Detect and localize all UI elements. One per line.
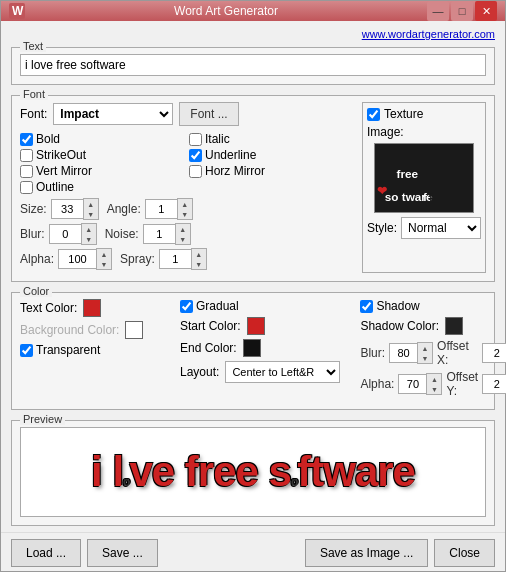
end-color-row: End Color: [180, 339, 340, 357]
end-color-swatch[interactable] [243, 339, 261, 357]
shadow-alpha-arrows: ▲ ▼ [426, 373, 442, 395]
preview-o: o [123, 475, 129, 489]
shadow-label: Shadow [376, 299, 419, 313]
underline-checkbox[interactable] [189, 149, 202, 162]
website-link[interactable]: www.wordartgenerator.com [362, 28, 495, 40]
size-down[interactable]: ▼ [84, 209, 98, 219]
layout-label: Layout: [180, 365, 219, 379]
font-select[interactable]: Impact [53, 103, 173, 125]
noise-down[interactable]: ▼ [176, 234, 190, 244]
window-title: Word Art Generator [25, 4, 427, 18]
angle-spinbox: ▲ ▼ [145, 198, 193, 220]
blur-input[interactable] [49, 224, 81, 244]
alpha-up[interactable]: ▲ [97, 249, 111, 259]
gradual-col: Gradual Start Color: End Color: Layout: [180, 299, 340, 401]
gradual-checkbox-label[interactable]: Gradual [180, 299, 250, 313]
size-group: Size: ▲ ▼ [20, 198, 99, 220]
shadow-blur-input[interactable] [389, 343, 417, 363]
blur-up[interactable]: ▲ [82, 224, 96, 234]
text-color-swatch[interactable] [83, 299, 101, 317]
italic-checkbox[interactable] [189, 133, 202, 146]
maximize-button[interactable]: □ [451, 1, 473, 21]
shadow-blur-label: Blur: [360, 346, 385, 360]
horz-mirror-checkbox-label[interactable]: Horz Mirror [189, 164, 354, 178]
offset-y-spinbox: ▲ ▼ [482, 373, 506, 395]
shadow-color-swatch[interactable] [445, 317, 463, 335]
size-input[interactable] [51, 199, 83, 219]
horz-mirror-checkbox[interactable] [189, 165, 202, 178]
offset-y-input[interactable] [482, 374, 506, 394]
style-select[interactable]: Normal Bold Italic [401, 217, 481, 239]
shadow-alpha-up[interactable]: ▲ [427, 374, 441, 384]
main-content: www.wordartgenerator.com Text Font Font:… [1, 21, 505, 532]
shadow-checkbox-label[interactable]: Shadow [360, 299, 430, 313]
text-section-label: Text [20, 40, 46, 52]
angle-label: Angle: [107, 202, 141, 216]
noise-spinbox: ▲ ▼ [143, 223, 191, 245]
window-controls: — □ ✕ [427, 1, 497, 21]
preview-section: Preview i love free software [11, 420, 495, 526]
bg-color-label: Background Color: [20, 323, 119, 337]
transparent-checkbox[interactable] [20, 344, 33, 357]
transparent-label[interactable]: Transparent [20, 343, 100, 357]
angle-up[interactable]: ▲ [178, 199, 192, 209]
size-label: Size: [20, 202, 47, 216]
texture-checkbox[interactable] [367, 108, 380, 121]
outline-checkbox-label[interactable]: Outline [20, 180, 354, 194]
noise-label: Noise: [105, 227, 139, 241]
font-button[interactable]: Font ... [179, 102, 238, 126]
color-section: Color Text Color: Background Color: [11, 292, 495, 410]
noise-up[interactable]: ▲ [176, 224, 190, 234]
shadow-alpha-down[interactable]: ▼ [427, 384, 441, 394]
save-as-image-button[interactable]: Save as Image ... [305, 539, 428, 567]
shadow-blur-down[interactable]: ▼ [418, 353, 432, 363]
spray-down[interactable]: ▼ [192, 259, 206, 269]
spray-input[interactable] [159, 249, 191, 269]
alpha-down[interactable]: ▼ [97, 259, 111, 269]
angle-down[interactable]: ▼ [178, 209, 192, 219]
offset-x-label: Offset X: [437, 339, 478, 367]
vert-mirror-checkbox-label[interactable]: Vert Mirror [20, 164, 185, 178]
minimize-button[interactable]: — [427, 1, 449, 21]
strikeout-checkbox-label[interactable]: StrikeOut [20, 148, 185, 162]
layout-row: Layout: Center to Left&R Left to Right T… [180, 361, 340, 383]
underline-label: Underline [205, 148, 256, 162]
texture-svg: ❤ free so tware f f [375, 143, 473, 213]
texture-label: Texture [384, 107, 423, 121]
start-color-swatch[interactable] [247, 317, 265, 335]
underline-checkbox-label[interactable]: Underline [189, 148, 354, 162]
bold-checkbox[interactable] [20, 133, 33, 146]
close-window-button[interactable]: ✕ [475, 1, 497, 21]
bg-color-swatch[interactable] [125, 321, 143, 339]
alpha-offsety-row: Alpha: ▲ ▼ Offset Y: ▲ [360, 370, 506, 398]
angle-arrows: ▲ ▼ [177, 198, 193, 220]
vert-mirror-checkbox[interactable] [20, 165, 33, 178]
main-window: W Word Art Generator — □ ✕ www.wordartge… [0, 0, 506, 572]
text-color-row: Text Color: [20, 299, 160, 317]
size-arrows: ▲ ▼ [83, 198, 99, 220]
shadow-blur-spinbox: ▲ ▼ [389, 342, 433, 364]
shadow-checkbox[interactable] [360, 300, 373, 313]
text-section: Text [11, 47, 495, 85]
spray-up[interactable]: ▲ [192, 249, 206, 259]
bold-checkbox-label[interactable]: Bold [20, 132, 185, 146]
bottom-right: Save as Image ... Close [305, 539, 495, 567]
text-input[interactable] [20, 54, 486, 76]
save-button[interactable]: Save ... [87, 539, 158, 567]
italic-checkbox-label[interactable]: Italic [189, 132, 354, 146]
noise-input[interactable] [143, 224, 175, 244]
blur-down[interactable]: ▼ [82, 234, 96, 244]
color-two-col: Text Color: Background Color: Transparen… [20, 299, 486, 401]
shadow-blur-up[interactable]: ▲ [418, 343, 432, 353]
outline-checkbox[interactable] [20, 181, 33, 194]
alpha-input[interactable] [58, 249, 96, 269]
shadow-alpha-input[interactable] [398, 374, 426, 394]
offset-x-input[interactable] [482, 343, 506, 363]
gradual-checkbox[interactable] [180, 300, 193, 313]
size-up[interactable]: ▲ [84, 199, 98, 209]
close-button[interactable]: Close [434, 539, 495, 567]
angle-input[interactable] [145, 199, 177, 219]
strikeout-checkbox[interactable] [20, 149, 33, 162]
load-button[interactable]: Load ... [11, 539, 81, 567]
layout-select[interactable]: Center to Left&R Left to Right Top to Bo… [225, 361, 340, 383]
